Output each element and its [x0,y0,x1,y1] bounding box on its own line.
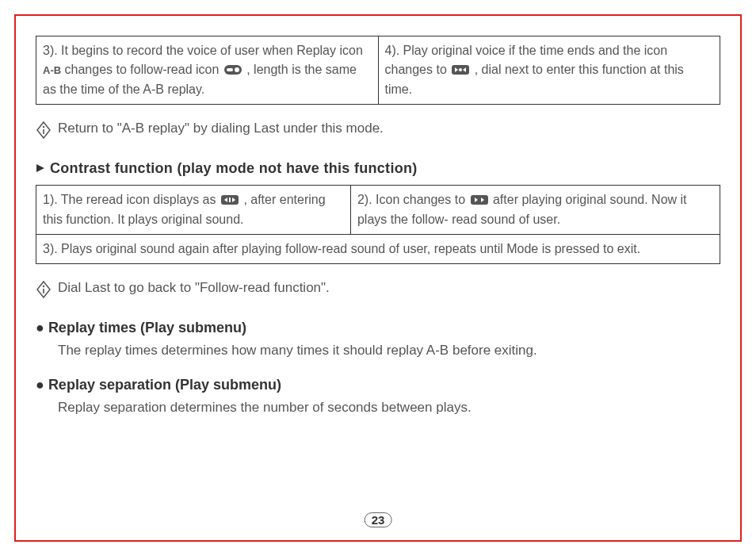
bullet-heading-replay-separation: ● Replay separation (Play submenu) [36,377,720,393]
table-cell: 2). Icon changes to after playing origin… [350,185,720,234]
tip-text: Dial Last to go back to "Follow-read fun… [58,278,330,297]
svg-rect-6 [43,129,44,134]
cell-text: 2). Icon changes to [357,193,469,206]
page-number: 23 [365,512,392,527]
tip-note: Dial Last to go back to "Follow-read fun… [36,278,720,302]
heading-text: Replay separation (Play submenu) [48,377,281,393]
tip-text: Return to "A-B replay" by dialing Last u… [58,119,384,138]
body-text: The replay times determines how many tim… [58,339,720,361]
svg-rect-2 [227,68,233,71]
table-cell: 3). It begins to record the voice of use… [36,36,379,105]
playback-icon [452,61,469,80]
cell-text: changes to follow-read icon [61,63,223,76]
ab-replay-icon: A-B [43,64,61,76]
body-text: Replay separation determines the number … [58,397,720,418]
page-content: 3). It begins to record the voice of use… [36,36,720,520]
cell-text: 3). It begins to record the voice of use… [43,44,363,57]
heading-text: Contrast function (play mode not have th… [50,160,418,176]
heading-text: Replay times (Play submenu) [48,320,246,336]
tip-icon [36,121,52,143]
svg-point-4 [459,68,462,71]
table-cell: 4). Play original voice if the time ends… [378,36,720,105]
svg-rect-11 [43,289,44,293]
tip-note: Return to "A-B replay" by dialing Last u… [36,119,720,143]
table-cell: 1). The reread icon displays as , after … [36,185,351,234]
table-row: 3). Plays original sound again after pla… [36,234,720,263]
triangle-bullet-icon [36,160,45,177]
tip-icon [36,280,52,302]
cell-text: 3). Plays original sound again after pla… [43,242,640,255]
table-row: 1). The reread icon displays as , after … [36,185,720,234]
bullet-heading-replay-times: ● Replay times (Play submenu) [36,320,720,336]
follow-read-icon [224,61,242,80]
svg-point-10 [43,285,44,286]
svg-rect-9 [471,195,488,205]
table-follow-read: 3). It begins to record the voice of use… [36,36,720,105]
svg-point-5 [43,126,44,128]
table-row: 3). It begins to record the voice of use… [36,36,720,105]
section-heading-contrast: Contrast function (play mode not have th… [36,160,720,177]
svg-point-1 [235,67,239,72]
svg-rect-8 [229,197,231,202]
cell-text: 1). The reread icon displays as [43,193,220,206]
follow-read-playback-icon [471,191,488,210]
table-contrast: 1). The reread icon displays as , after … [36,185,720,264]
reread-icon [221,191,239,210]
table-cell: 3). Plays original sound again after pla… [36,234,720,263]
